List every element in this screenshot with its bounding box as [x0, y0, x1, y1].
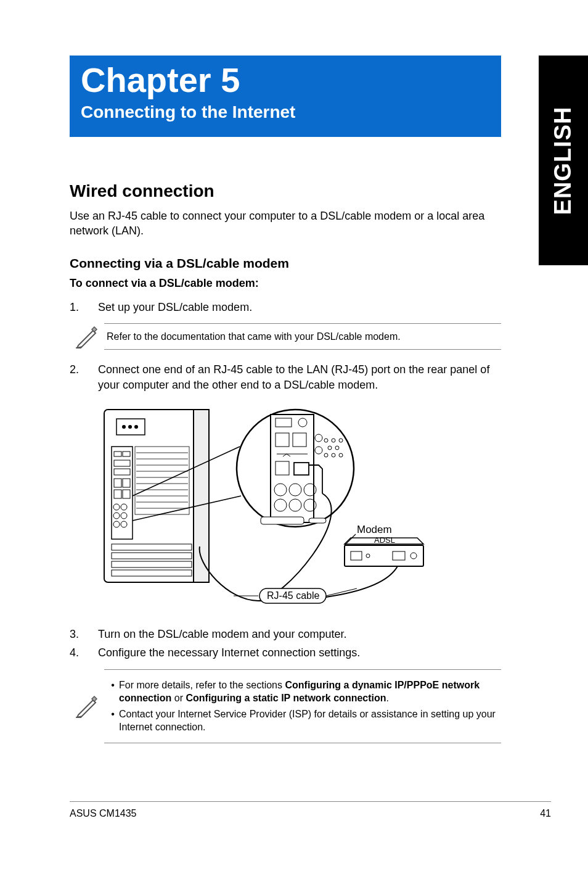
page: ENGLISH Chapter 5 Connecting to the Inte… — [0, 0, 588, 887]
language-tab-label: ENGLISH — [550, 106, 577, 215]
note-content: • For more details, refer to the section… — [104, 669, 501, 743]
b1-post: . — [386, 693, 389, 703]
step-number: 2. — [70, 362, 98, 392]
step-2: 2. Connect one end of an RJ-45 cable to … — [70, 362, 501, 392]
figure-modem-small-label: ADSL — [374, 535, 395, 545]
figure-svg: ADSL Modem RJ-45 cable — [98, 403, 425, 613]
bullet-text: For more details, refer to the sections … — [119, 679, 499, 705]
connection-figure: ADSL Modem RJ-45 cable — [98, 403, 501, 616]
step-3: 3. Turn on the DSL/cable modem and your … — [70, 627, 501, 642]
step-number: 4. — [70, 645, 98, 660]
svg-rect-54 — [345, 545, 423, 566]
bullet-text: Contact your Internet Service Provider (… — [119, 708, 499, 734]
step-text: Configure the necessary Internet connect… — [98, 645, 501, 660]
step-number: 1. — [70, 300, 98, 315]
bullet-dot: • — [107, 679, 119, 705]
step-4: 4. Configure the necessary Internet conn… — [70, 645, 501, 660]
bullet-dot: • — [107, 708, 119, 734]
note-2-bullet-1: • For more details, refer to the section… — [107, 679, 499, 705]
section-heading: Wired connection — [70, 181, 501, 201]
b1-bold2: Configuring a static IP network connecti… — [186, 693, 386, 703]
svg-point-3 — [122, 425, 126, 429]
pencil-note-icon — [70, 694, 104, 719]
subsection-heading: Connecting via a DSL/cable modem — [70, 256, 501, 271]
svg-rect-43 — [309, 518, 326, 523]
b1-pre: For more details, refer to the sections — [119, 680, 285, 690]
procedure-heading: To connect via a DSL/cable modem: — [70, 277, 501, 290]
chapter-title: Chapter 5 — [81, 60, 490, 100]
step-number: 3. — [70, 627, 98, 642]
chapter-header: Chapter 5 Connecting to the Internet — [70, 56, 501, 137]
pencil-note-icon — [70, 324, 104, 349]
note-1: Refer to the documentation that came wit… — [70, 323, 501, 350]
note-content: Refer to the documentation that came wit… — [104, 323, 501, 350]
note-2: • For more details, refer to the section… — [70, 669, 501, 743]
step-1: 1. Set up your DSL/cable modem. — [70, 300, 501, 315]
page-footer: ASUS CM1435 41 — [70, 801, 551, 819]
svg-rect-42 — [261, 517, 304, 524]
content-area: Wired connection Use an RJ-45 cable to c… — [70, 173, 501, 756]
step-text: Set up your DSL/cable modem. — [98, 300, 501, 315]
note-2-bullet-2: • Contact your Internet Service Provider… — [107, 708, 499, 734]
footer-model: ASUS CM1435 — [70, 808, 137, 819]
svg-point-5 — [134, 425, 138, 429]
note-1-text: Refer to the documentation that came wit… — [107, 330, 499, 344]
svg-point-4 — [128, 425, 132, 429]
footer-page-number: 41 — [540, 808, 551, 819]
language-tab: ENGLISH — [539, 56, 588, 265]
figure-cable-label: RJ-45 cable — [267, 590, 319, 601]
figure-modem-label: Modem — [357, 524, 392, 535]
svg-rect-35 — [294, 463, 309, 475]
chapter-subtitle: Connecting to the Internet — [81, 102, 490, 122]
step-text: Turn on the DSL/cable modem and your com… — [98, 627, 501, 642]
b1-mid: or — [171, 693, 186, 703]
step-text: Connect one end of an RJ-45 cable to the… — [98, 362, 501, 392]
section-intro: Use an RJ-45 cable to connect your compu… — [70, 208, 501, 239]
